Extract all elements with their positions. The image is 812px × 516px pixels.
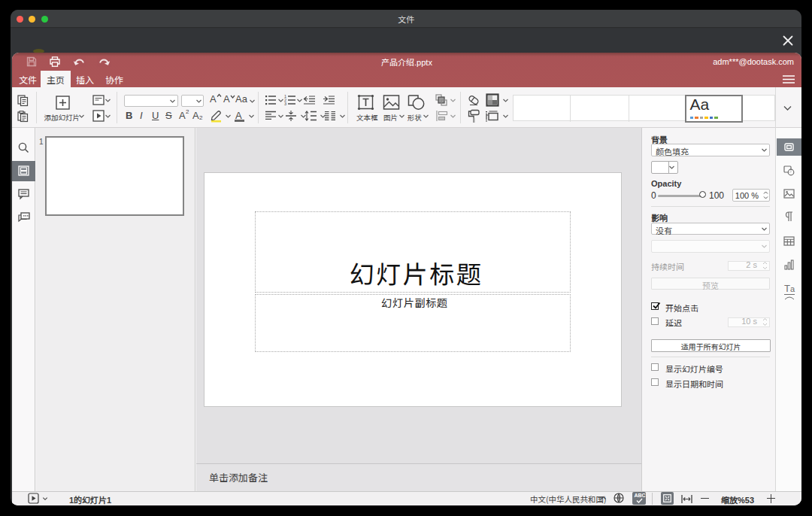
svg-text:3: 3 [284,102,286,106]
